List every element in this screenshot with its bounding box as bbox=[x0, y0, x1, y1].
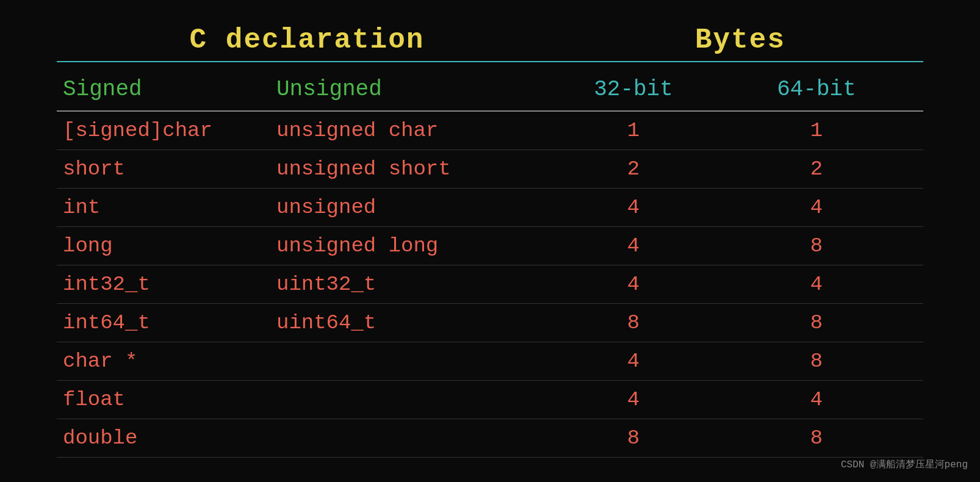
data-rows-container: [signed]char unsigned char 1 1 short uns… bbox=[57, 112, 923, 458]
divider-left bbox=[57, 61, 557, 62]
watermark: CSDN @满船清梦压星河peng bbox=[841, 458, 968, 471]
cell-signed: int64_t bbox=[57, 311, 276, 334]
table-row: int32_t uint32_t 4 4 bbox=[57, 265, 923, 304]
cell-signed: int32_t bbox=[57, 273, 276, 296]
table-row: char * 4 8 bbox=[57, 342, 923, 381]
cell-signed: char * bbox=[57, 350, 276, 373]
cell-64bit: 8 bbox=[710, 311, 923, 334]
header-divider bbox=[57, 61, 923, 62]
cell-32bit: 4 bbox=[557, 196, 710, 219]
cell-signed: long bbox=[57, 234, 276, 257]
cell-unsigned bbox=[276, 350, 557, 373]
cell-unsigned: unsigned short bbox=[276, 157, 557, 181]
cell-64bit: 2 bbox=[710, 157, 923, 181]
main-table: C declaration Bytes Signed Unsigned 32-b… bbox=[32, 6, 948, 476]
cell-unsigned: unsigned long bbox=[276, 234, 557, 257]
cell-64bit: 8 bbox=[710, 350, 923, 373]
cell-unsigned bbox=[276, 388, 557, 411]
cell-32bit: 8 bbox=[557, 311, 710, 334]
table-row: float 4 4 bbox=[57, 381, 923, 419]
cell-32bit: 1 bbox=[557, 119, 710, 142]
cell-32bit: 4 bbox=[557, 388, 710, 411]
c-declaration-header: C declaration bbox=[57, 24, 557, 61]
cell-signed: float bbox=[57, 388, 276, 411]
cell-unsigned: uint32_t bbox=[276, 273, 557, 296]
unsigned-subheader: Unsigned bbox=[276, 77, 557, 102]
table-row: int unsigned 4 4 bbox=[57, 189, 923, 227]
cell-64bit: 1 bbox=[710, 119, 923, 142]
cell-32bit: 4 bbox=[557, 350, 710, 373]
cell-signed: short bbox=[57, 157, 276, 181]
sub-header-row: Signed Unsigned 32-bit 64-bit bbox=[57, 68, 923, 112]
cell-64bit: 8 bbox=[710, 234, 923, 257]
table-row: [signed]char unsigned char 1 1 bbox=[57, 112, 923, 150]
main-header-row: C declaration Bytes bbox=[57, 24, 923, 61]
bytes-header: Bytes bbox=[557, 24, 923, 61]
cell-64bit: 4 bbox=[710, 388, 923, 411]
cell-unsigned: unsigned bbox=[276, 196, 557, 219]
cell-signed: double bbox=[57, 426, 276, 450]
cell-32bit: 4 bbox=[557, 273, 710, 296]
cell-64bit: 4 bbox=[710, 196, 923, 219]
table-row: short unsigned short 2 2 bbox=[57, 150, 923, 189]
cell-unsigned: unsigned char bbox=[276, 119, 557, 142]
cell-64bit: 8 bbox=[710, 426, 923, 450]
32bit-subheader: 32-bit bbox=[557, 77, 710, 102]
cell-64bit: 4 bbox=[710, 273, 923, 296]
cell-signed: int bbox=[57, 196, 276, 219]
cell-32bit: 4 bbox=[557, 234, 710, 257]
64bit-subheader: 64-bit bbox=[710, 77, 923, 102]
cell-signed: [signed]char bbox=[57, 119, 276, 142]
cell-32bit: 2 bbox=[557, 157, 710, 181]
cell-unsigned: uint64_t bbox=[276, 311, 557, 334]
cell-unsigned bbox=[276, 426, 557, 450]
signed-subheader: Signed bbox=[57, 77, 276, 102]
table-row: long unsigned long 4 8 bbox=[57, 227, 923, 265]
table-row: int64_t uint64_t 8 8 bbox=[57, 304, 923, 342]
table-row: double 8 8 bbox=[57, 419, 923, 458]
cell-32bit: 8 bbox=[557, 426, 710, 450]
divider-right bbox=[557, 61, 923, 62]
